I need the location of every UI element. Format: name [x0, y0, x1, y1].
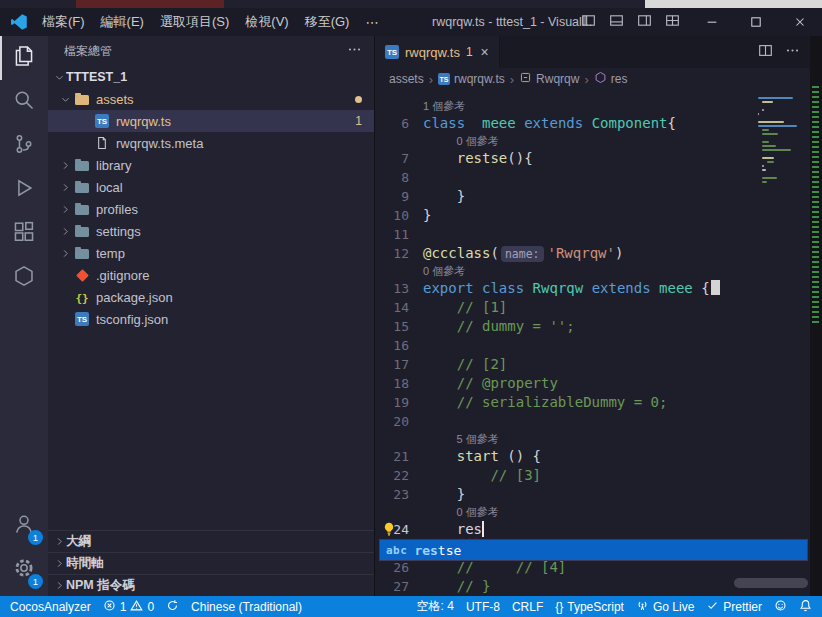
line-number[interactable]: 9	[375, 187, 409, 206]
maximize-button[interactable]	[734, 8, 778, 36]
minimap[interactable]	[758, 96, 802, 184]
tree-item-rwqrqw.ts.meta[interactable]: rwqrqw.ts.meta	[48, 132, 374, 154]
toggle-secondary-sidebar-icon[interactable]	[637, 13, 652, 31]
code-line-23[interactable]: 23 }	[375, 485, 810, 504]
activity-extensions[interactable]	[0, 212, 48, 256]
line-number[interactable]: 12	[375, 244, 409, 263]
menu-G[interactable]: 移至(G)	[297, 8, 358, 36]
breadcrumb-rwqrqw.ts[interactable]: rwqrqw.ts	[438, 72, 505, 86]
line-number[interactable]: 19	[375, 393, 409, 412]
split-editor-icon[interactable]	[758, 43, 773, 62]
sidebar-panel-NPM 指令碼[interactable]: NPM 指令碼	[48, 574, 374, 596]
menu-V[interactable]: 檢視(V)	[237, 8, 296, 36]
status-cocos-analyzer[interactable]: CocosAnalyzer	[4, 596, 97, 617]
code-line-6[interactable]: 6class meee extends Component{	[375, 114, 810, 133]
code-line-11[interactable]: 11	[375, 225, 810, 244]
menu-S[interactable]: 選取項目(S)	[152, 8, 237, 36]
codelens-references[interactable]: 1 個參考	[375, 98, 810, 114]
menu-⋯[interactable]: ⋯	[357, 8, 386, 36]
sidebar-panel-大綱[interactable]: 大綱	[48, 530, 374, 552]
menu-F[interactable]: 檔案(F)	[34, 8, 93, 36]
horizontal-scrollbar[interactable]	[734, 578, 808, 588]
line-number[interactable]: 6	[375, 114, 409, 133]
line-number[interactable]: 23	[375, 485, 409, 504]
line-number[interactable]: 17	[375, 355, 409, 374]
activity-source-control[interactable]	[0, 124, 48, 168]
tab-rwqrqw-ts[interactable]: rwqrqw.ts 1 ×	[375, 36, 500, 68]
line-number[interactable]: 18	[375, 374, 409, 393]
activity-cocos-plugin[interactable]	[0, 256, 48, 300]
status-language-indicator[interactable]: Chinese (Traditional)	[185, 596, 308, 617]
code-line-12[interactable]: 12@ccclass(name:'Rwqrqw')	[375, 244, 810, 263]
status-encoding[interactable]: UTF-8	[460, 596, 506, 617]
customize-layout-icon[interactable]	[665, 13, 680, 31]
activity-settings[interactable]: 1	[0, 548, 48, 592]
activity-explorer[interactable]	[0, 36, 48, 80]
tree-item-package.json[interactable]: package.json	[48, 286, 374, 308]
status-sync[interactable]	[160, 596, 185, 617]
tab-close-icon[interactable]: ×	[481, 44, 489, 60]
activity-run-debug[interactable]	[0, 168, 48, 212]
status-eol[interactable]: CRLF	[506, 596, 549, 617]
menu-E[interactable]: 編輯(E)	[93, 8, 152, 36]
minimize-button[interactable]	[690, 8, 734, 36]
codelens-references[interactable]: 0 個參考	[375, 133, 810, 149]
codelens-references[interactable]: 5 個參考	[375, 431, 810, 447]
code-line-21[interactable]: 21 start () {	[375, 447, 810, 466]
code-line-13[interactable]: 13export class Rwqrqw extends meee {	[375, 279, 810, 298]
code-line-9[interactable]: 9 }	[375, 187, 810, 206]
activity-search[interactable]	[0, 80, 48, 124]
tree-item-rwqrqw.ts[interactable]: rwqrqw.ts1	[48, 110, 374, 132]
toggle-panel-icon[interactable]	[609, 13, 624, 31]
line-number[interactable]: 10	[375, 206, 409, 225]
activity-accounts[interactable]: 1	[0, 504, 48, 548]
codelens-references[interactable]: 0 個參考	[375, 263, 810, 279]
status-go-live[interactable]: Go Live	[630, 596, 700, 617]
tree-item-temp[interactable]: temp	[48, 242, 374, 264]
code-line-8[interactable]: 8	[375, 168, 810, 187]
code-line-18[interactable]: 18 // @property	[375, 374, 810, 393]
project-section-header[interactable]: TTTEST_1	[48, 66, 374, 88]
tree-item-tsconfig.json[interactable]: tsconfig.json	[48, 308, 374, 330]
tree-item-library[interactable]: library	[48, 154, 374, 176]
code-line-14[interactable]: 14 // [1]	[375, 298, 810, 317]
status-language-mode[interactable]: {}TypeScript	[549, 596, 630, 617]
tree-item-assets[interactable]: assets	[48, 88, 374, 110]
lightbulb-icon[interactable]	[381, 521, 397, 537]
line-number[interactable]: 21	[375, 447, 409, 466]
line-number[interactable]: 11	[375, 225, 409, 244]
status-feedback[interactable]	[768, 596, 793, 617]
line-number[interactable]: 20	[375, 412, 409, 431]
tree-item-profiles[interactable]: profiles	[48, 198, 374, 220]
close-button[interactable]	[778, 8, 822, 36]
more-actions-icon[interactable]	[785, 43, 800, 62]
line-number[interactable]: 7	[375, 149, 409, 168]
code-line-24[interactable]: 24 res	[375, 520, 810, 539]
code-line-16[interactable]: 16	[375, 336, 810, 355]
sidebar-panel-時間軸[interactable]: 時間軸	[48, 552, 374, 574]
code-line-22[interactable]: 22 // [3]	[375, 466, 810, 485]
status-problems[interactable]: 10	[97, 596, 160, 617]
line-number[interactable]: 22	[375, 466, 409, 485]
line-number[interactable]: 14	[375, 298, 409, 317]
breadcrumb-Rwqrqw[interactable]: Rwqrqw	[519, 71, 579, 87]
code-line-10[interactable]: 10}	[375, 206, 810, 225]
status-indentation[interactable]: 空格: 4	[411, 596, 460, 617]
code-editor[interactable]: 1 個參考6class meee extends Component{0 個參考…	[375, 90, 810, 596]
breadcrumb-res[interactable]: res	[594, 71, 628, 87]
tree-item-settings[interactable]: settings	[48, 220, 374, 242]
toggle-sidebar-icon[interactable]	[581, 13, 596, 31]
line-number[interactable]: 27	[375, 577, 409, 596]
code-line-20[interactable]: 20	[375, 412, 810, 431]
code-line-19[interactable]: 19 // serializableDummy = 0;	[375, 393, 810, 412]
line-number[interactable]: 8	[375, 168, 409, 187]
status-notifications[interactable]	[793, 596, 818, 617]
status-prettier[interactable]: Prettier	[700, 596, 768, 617]
tree-item-.gitignore[interactable]: .gitignore	[48, 264, 374, 286]
tree-item-local[interactable]: local	[48, 176, 374, 198]
code-line-7[interactable]: 7 restse(){	[375, 149, 810, 168]
breadcrumb-assets[interactable]: assets	[389, 72, 424, 86]
suggest-item-restse[interactable]: abc restse	[380, 540, 807, 560]
code-line-17[interactable]: 17 // [2]	[375, 355, 810, 374]
codelens-references[interactable]: 0 個參考	[375, 504, 810, 520]
